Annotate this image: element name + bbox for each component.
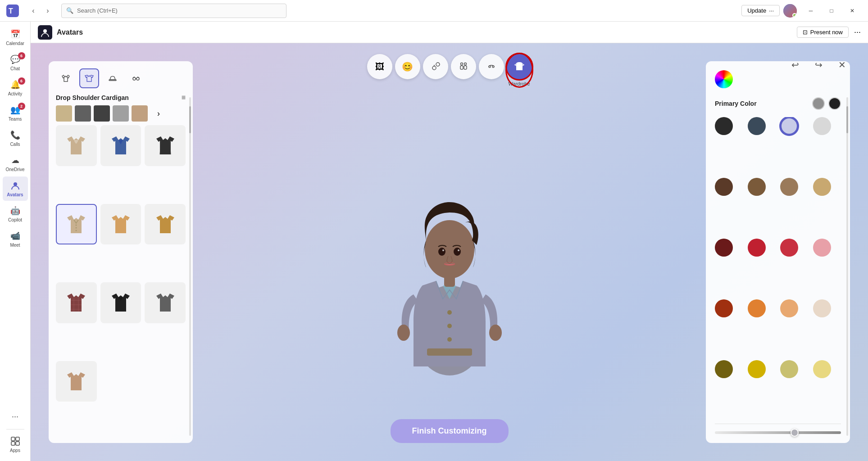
color-light-gray[interactable] bbox=[813, 117, 831, 135]
toolbar-template-button[interactable]: 🖼 bbox=[367, 54, 392, 79]
preview-thumb-2[interactable] bbox=[75, 105, 91, 122]
wardrobe-tab-accessories[interactable] bbox=[126, 68, 146, 88]
color-light-yellow[interactable] bbox=[780, 360, 798, 378]
color-yellow[interactable] bbox=[748, 360, 766, 378]
preview-thumb-1[interactable] bbox=[56, 105, 72, 122]
sidebar-item-avatars[interactable]: Avatars bbox=[3, 176, 28, 201]
more-icon: ··· bbox=[10, 411, 21, 422]
clothing-item-7[interactable] bbox=[56, 282, 97, 323]
color-rust[interactable] bbox=[715, 299, 733, 317]
color-light-purple[interactable] bbox=[780, 117, 798, 135]
clothing-item-5[interactable] bbox=[100, 204, 141, 245]
svg-rect-31 bbox=[109, 80, 116, 81]
color-dark-red[interactable] bbox=[715, 239, 733, 257]
preview-thumb-4[interactable] bbox=[113, 105, 129, 122]
redo-button[interactable]: ↪ bbox=[810, 57, 827, 73]
wardrobe-scrollbar[interactable] bbox=[189, 97, 191, 436]
wardrobe-tab-jackets[interactable] bbox=[79, 68, 99, 88]
maximize-button[interactable]: □ bbox=[821, 4, 842, 18]
forward-button[interactable]: › bbox=[41, 5, 54, 17]
clothing-item-1[interactable] bbox=[56, 125, 97, 166]
color-scrollbar-thumb bbox=[846, 106, 848, 133]
present-now-button[interactable]: ⊡ Present now bbox=[797, 27, 849, 38]
color-medium-brown[interactable] bbox=[748, 178, 766, 196]
svg-point-8 bbox=[43, 29, 47, 33]
sidebar-label-apps: Apps bbox=[10, 448, 20, 453]
back-button[interactable]: ‹ bbox=[27, 5, 40, 17]
color-red[interactable] bbox=[748, 239, 766, 257]
apps-icon bbox=[10, 436, 21, 447]
color-preset-black[interactable] bbox=[828, 97, 841, 110]
app-icon bbox=[38, 25, 52, 40]
search-placeholder: Search (Ctrl+E) bbox=[77, 7, 118, 14]
clothing-item-9[interactable] bbox=[145, 282, 186, 323]
clothing-item-10[interactable] bbox=[56, 361, 97, 402]
close-editor-button[interactable]: ✕ bbox=[834, 57, 850, 73]
toolbar-face-button[interactable]: 😊 bbox=[395, 54, 420, 79]
svg-point-33 bbox=[136, 77, 139, 80]
wardrobe-section-title: Drop Shoulder Cardigan ≡ bbox=[56, 94, 186, 102]
onedrive-icon: ☁ bbox=[10, 155, 21, 166]
sidebar-label-copilot: Copilot bbox=[8, 217, 22, 222]
minimize-button[interactable]: ─ bbox=[800, 4, 821, 18]
color-dark-yellow[interactable] bbox=[715, 360, 733, 378]
color-bright-red[interactable] bbox=[780, 239, 798, 257]
clothing-item-6[interactable] bbox=[145, 204, 186, 245]
color-orange[interactable] bbox=[748, 299, 766, 317]
undo-button[interactable]: ↩ bbox=[787, 57, 803, 73]
svg-point-20 bbox=[447, 324, 452, 328]
update-button[interactable]: Update ··· bbox=[741, 5, 780, 16]
sidebar-item-chat[interactable]: 💬 Chat 6 bbox=[3, 50, 28, 75]
color-dark-gray[interactable] bbox=[715, 117, 733, 135]
window-controls: ─ □ ✕ bbox=[800, 4, 863, 18]
toolbar-wardrobe-button[interactable] bbox=[507, 54, 532, 79]
wardrobe-scrollbar-thumb bbox=[189, 106, 191, 133]
header-more-button[interactable]: ··· bbox=[854, 27, 861, 37]
toolbar-body-button[interactable] bbox=[451, 54, 476, 79]
chat-badge: 6 bbox=[18, 52, 25, 59]
finish-customizing-button[interactable]: Finish Customizing bbox=[391, 419, 509, 443]
color-preset-gray[interactable] bbox=[812, 97, 825, 110]
color-dark-blue-gray[interactable] bbox=[748, 117, 766, 135]
calls-icon: 📞 bbox=[10, 130, 21, 140]
clothing-item-4[interactable] bbox=[56, 204, 97, 245]
sidebar-item-copilot[interactable]: 🤖 Copilot bbox=[3, 202, 28, 226]
toolbar-accessories-button[interactable] bbox=[479, 54, 504, 79]
toolbar-gender-button[interactable] bbox=[423, 54, 448, 79]
sidebar-item-calendar[interactable]: 📅 Calendar bbox=[3, 25, 28, 50]
color-slider-thumb[interactable] bbox=[791, 429, 799, 437]
color-cream[interactable] bbox=[813, 299, 831, 317]
color-light-brown[interactable] bbox=[780, 178, 798, 196]
search-bar[interactable]: 🔍 Search (Ctrl+E) bbox=[61, 4, 286, 18]
color-pale-yellow[interactable] bbox=[813, 360, 831, 378]
user-avatar[interactable] bbox=[783, 4, 797, 18]
color-scrollbar[interactable] bbox=[846, 97, 848, 436]
clothing-item-3[interactable] bbox=[145, 125, 186, 166]
sidebar-item-more[interactable]: ··· bbox=[3, 407, 28, 425]
wardrobe-tab-hats[interactable] bbox=[103, 68, 123, 88]
clothing-item-8[interactable] bbox=[100, 282, 141, 323]
color-tan[interactable] bbox=[813, 178, 831, 196]
svg-point-35 bbox=[76, 227, 77, 228]
svg-rect-24 bbox=[427, 348, 472, 356]
sidebar-item-onedrive[interactable]: ☁ OneDrive bbox=[3, 151, 28, 176]
wardrobe-tab-tops[interactable] bbox=[56, 68, 76, 88]
sidebar-item-meet[interactable]: 📹 Meet bbox=[3, 227, 28, 251]
preview-thumb-5[interactable] bbox=[132, 105, 148, 122]
sidebar-item-calls[interactable]: 📞 Calls bbox=[3, 126, 28, 150]
preview-thumb-3[interactable] bbox=[94, 105, 110, 122]
sidebar-item-apps[interactable]: Apps bbox=[3, 432, 28, 456]
color-light-orange[interactable] bbox=[780, 299, 798, 317]
clothing-item-2[interactable] bbox=[100, 125, 141, 166]
color-slider[interactable] bbox=[715, 431, 841, 434]
main-layout: 📅 Calendar 💬 Chat 6 🔔 Activity 6 👥 Teams… bbox=[0, 22, 868, 461]
color-dark-brown[interactable] bbox=[715, 178, 733, 196]
filter-icon[interactable]: ≡ bbox=[182, 94, 186, 102]
svg-point-34 bbox=[76, 224, 77, 226]
color-pink[interactable] bbox=[813, 239, 831, 257]
sidebar-label-calls: Calls bbox=[10, 142, 20, 147]
close-button[interactable]: ✕ bbox=[842, 4, 863, 18]
sidebar-item-teams[interactable]: 👥 Teams 2 bbox=[3, 101, 28, 125]
preview-more[interactable]: › bbox=[150, 105, 167, 122]
sidebar-item-activity[interactable]: 🔔 Activity 6 bbox=[3, 76, 28, 100]
